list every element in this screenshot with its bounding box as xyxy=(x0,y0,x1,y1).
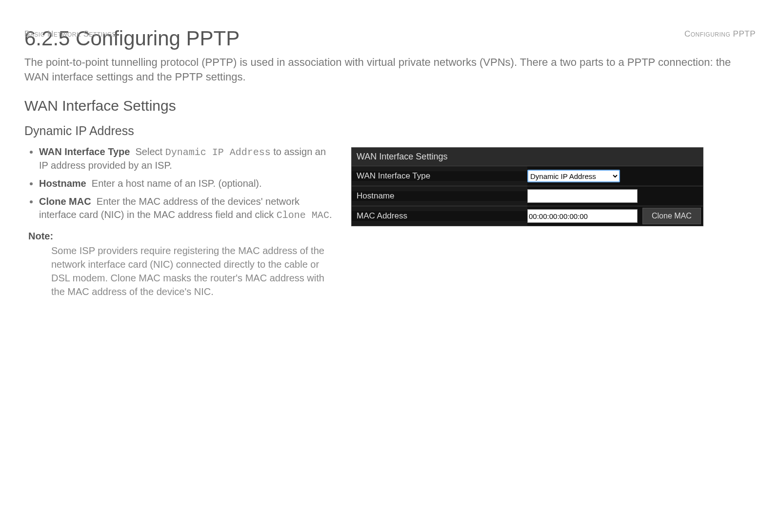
mac-input[interactable] xyxy=(527,209,638,223)
bullet-mono: Clone MAC xyxy=(277,210,329,221)
row-wan-type: WAN Interface Type Dynamic IP Address xyxy=(352,166,703,186)
bullet-text: Enter a host name of an ISP. (optional). xyxy=(92,178,262,189)
bullet-clone-mac: Clone MAC Enter the MAC address of the d… xyxy=(39,195,337,222)
bullet-label: Hostname xyxy=(39,178,86,189)
bullet-mono: Dynamic IP Address xyxy=(165,147,271,158)
intro-paragraph: The point-to-point tunnelling protocol (… xyxy=(24,55,756,84)
label-hostname: Hostname xyxy=(352,191,527,201)
bullet-label: Clone MAC xyxy=(39,196,91,207)
header-right: Configuring PPTP xyxy=(684,29,756,39)
section-wan-settings: WAN Interface Settings xyxy=(24,98,756,114)
page-title: 6.2.5 Configuring PPTP xyxy=(24,27,756,50)
bullet-label: WAN Interface Type xyxy=(39,146,130,157)
wan-type-select[interactable]: Dynamic IP Address xyxy=(527,170,620,182)
panel-title: WAN Interface Settings xyxy=(352,148,703,166)
bullet-text-post: . xyxy=(329,209,332,220)
wan-settings-panel: WAN Interface Settings WAN Interface Typ… xyxy=(351,147,703,226)
bullet-hostname: Hostname Enter a host name of an ISP. (o… xyxy=(39,177,337,190)
label-mac: MAC Address xyxy=(352,211,527,221)
header-left: Basic Network Settings xyxy=(24,29,116,39)
bullet-text-pre: Select xyxy=(135,146,165,157)
note-body: Some ISP providers require registering t… xyxy=(51,244,324,298)
clone-mac-button[interactable]: Clone MAC xyxy=(642,208,701,224)
row-mac: MAC Address Clone MAC xyxy=(352,206,703,226)
subsection-dynamic-ip: Dynamic IP Address xyxy=(24,124,756,138)
note-heading: Note: xyxy=(28,231,337,242)
label-wan-type: WAN Interface Type xyxy=(352,171,527,181)
hostname-input[interactable] xyxy=(527,189,638,203)
row-hostname: Hostname xyxy=(352,186,703,206)
bullet-list: WAN Interface Type Select Dynamic IP Add… xyxy=(24,145,337,222)
bullet-wan-type: WAN Interface Type Select Dynamic IP Add… xyxy=(39,145,337,172)
